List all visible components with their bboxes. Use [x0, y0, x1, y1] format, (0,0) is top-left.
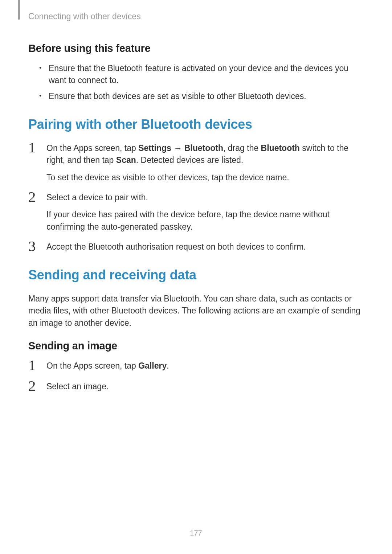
step-body: Select an image. [46, 381, 364, 393]
step-line: Select a device to pair with. [46, 192, 364, 204]
before-bullet-list: Ensure that the Bluetooth feature is act… [38, 62, 364, 102]
bullet-item: Ensure that the Bluetooth feature is act… [38, 62, 364, 87]
section-header: Connecting with other devices [28, 12, 364, 21]
arrow-icon: → [171, 143, 184, 153]
text-fragment: On the Apps screen, tap [46, 143, 138, 153]
step-body: On the Apps screen, tap Gallery. [46, 360, 364, 372]
bullet-item: Ensure that both devices are set as visi… [38, 90, 364, 102]
step-number: 2 [28, 189, 46, 204]
bold-text-bluetooth: Bluetooth [184, 143, 223, 153]
step-body: Select a device to pair with. If your de… [46, 192, 364, 233]
before-heading: Before using this feature [28, 42, 364, 54]
sending-step-1: 1 On the Apps screen, tap Gallery. [28, 360, 364, 373]
step-line: Select an image. [46, 381, 364, 393]
pairing-heading: Pairing with other Bluetooth devices [28, 117, 364, 132]
step-number: 1 [28, 358, 46, 373]
page-content: Connecting with other devices Before usi… [0, 0, 392, 393]
step-line: To set the device as visible to other de… [46, 172, 364, 184]
step-number: 2 [28, 378, 46, 393]
step-number: 3 [28, 239, 46, 254]
text-fragment: On the Apps screen, tap [46, 361, 138, 370]
sending-intro: Many apps support data transfer via Blue… [28, 293, 364, 329]
step-line: Accept the Bluetooth authorisation reque… [46, 241, 364, 253]
sending-heading: Sending and receiving data [28, 267, 364, 283]
step-body: On the Apps screen, tap Settings → Bluet… [46, 142, 364, 184]
sending-subheading: Sending an image [28, 340, 364, 352]
page-edge-marker [18, 0, 20, 20]
text-fragment: . Detected devices are listed. [136, 155, 243, 165]
bold-text-scan: Scan [116, 155, 136, 165]
bold-text-gallery: Gallery [138, 361, 167, 370]
step-body: Accept the Bluetooth authorisation reque… [46, 241, 364, 253]
bold-text-settings: Settings [138, 143, 171, 153]
pairing-step-2: 2 Select a device to pair with. If your … [28, 192, 364, 233]
pairing-step-1: 1 On the Apps screen, tap Settings → Blu… [28, 142, 364, 184]
pairing-step-3: 3 Accept the Bluetooth authorisation req… [28, 241, 364, 254]
bold-text-bluetooth-switch: Bluetooth [261, 143, 300, 153]
step-number: 1 [28, 140, 46, 155]
page-number: 177 [0, 529, 392, 537]
sending-step-2: 2 Select an image. [28, 381, 364, 393]
text-fragment: , drag the [223, 143, 261, 153]
text-fragment: . [167, 361, 169, 370]
step-line: If your device has paired with the devic… [46, 209, 364, 233]
